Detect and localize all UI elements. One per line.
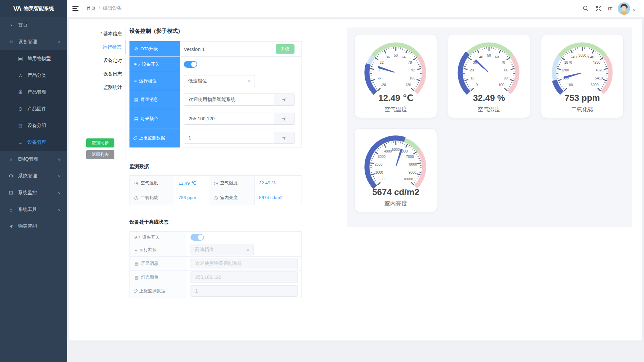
sidebar-item-thing-model[interactable]: ▣通用物模型 xyxy=(0,50,67,67)
sidebar-item-label: 设备分组 xyxy=(28,123,46,129)
sidebar-item-product-category[interactable]: ∴产品分类 xyxy=(0,67,67,84)
monitor-label: ◷室内亮度 xyxy=(209,190,255,205)
grid-icon: ⊞ xyxy=(16,89,24,95)
control-row: 设备开关 xyxy=(129,57,302,72)
sidebar-item-home[interactable]: ◔首页 xyxy=(0,17,67,34)
gauge-dial: -20-68223650647892106120 xyxy=(359,39,433,96)
control-row-label: ⚙OTA升级 xyxy=(129,41,180,57)
gauge-dial: 0100020003000400050006000700080009000100… xyxy=(359,133,433,190)
gauge-icon: ◷ xyxy=(214,181,218,185)
sidebar-item-label: 系统管理 xyxy=(18,173,37,179)
offline-section-title: 设备处于离线状态 xyxy=(129,219,168,225)
svg-text:0: 0 xyxy=(476,83,478,87)
document-icon: ▤ xyxy=(135,275,139,280)
gauge-label: 空气温度 xyxy=(355,106,437,113)
sidebar-item-label: 设备管理 xyxy=(18,39,37,45)
sidebar-item-device-group[interactable]: ⊟设备分组 xyxy=(0,117,67,134)
text-input: 1 xyxy=(191,285,298,297)
offline-row: ▤灯光颜色 255,100,120 xyxy=(130,270,302,284)
text-input[interactable]: 欢迎使用物美智能系统 xyxy=(184,94,274,106)
topbar: 首页 / 编辑设备 tT ∨ xyxy=(67,0,644,17)
svg-text:7000: 7000 xyxy=(406,155,414,159)
svg-text:3640: 3640 xyxy=(586,55,594,59)
tab-运行状态[interactable]: 运行状态 xyxy=(88,40,125,54)
paperclip-icon xyxy=(133,289,138,293)
sidebar-item-device-list[interactable]: ≡设备管理 xyxy=(0,134,67,151)
monitor-section-title: 监测数据 xyxy=(129,163,149,170)
gear-level-select[interactable]: 低速档位 ∨ xyxy=(184,75,255,87)
control-row-label: ▤屏显消息 xyxy=(129,90,180,109)
data-sync-button[interactable]: 数据同步 xyxy=(86,138,114,147)
fullscreen-icon[interactable] xyxy=(595,5,602,12)
svg-text:10000: 10000 xyxy=(403,177,413,181)
sidebar-item-product-firmware[interactable]: ⊙产品固件 xyxy=(0,101,67,117)
svg-text:78: 78 xyxy=(408,60,412,64)
sidebar-item-sys-monitor[interactable]: ⊡系统监控∨ xyxy=(0,184,67,201)
sidebar-item-label: 通用物模型 xyxy=(28,56,51,62)
svg-text:10: 10 xyxy=(471,76,475,80)
gauge-icon: ◷ xyxy=(134,195,138,200)
sidebar-collapse-icon[interactable] xyxy=(72,6,78,11)
send-button[interactable]: ➤ xyxy=(274,94,294,106)
app-logo: VΛ 物美智能系统 xyxy=(0,0,67,17)
control-section-title: 设备控制（影子模式） xyxy=(129,28,183,35)
device-list-icon: ≡ xyxy=(16,140,24,145)
sidebar-item-label: 设备管理 xyxy=(28,139,46,145)
svg-text:1000: 1000 xyxy=(375,170,383,174)
gauge-card: -20-68223650647892106120 12.49 ℃ 空气温度 xyxy=(355,34,437,118)
tab-设备日志[interactable]: 设备日志 xyxy=(88,67,125,80)
sidebar-item-product-mgmt[interactable]: ⊞产品管理 xyxy=(0,84,67,101)
breadcrumb-separator: / xyxy=(99,6,100,11)
sidebar-item-device-mgmt[interactable]: ≋设备管理∧ xyxy=(0,34,67,50)
gauge-value: 5674 cd/m2 xyxy=(355,187,437,197)
svg-text:-6: -6 xyxy=(378,76,381,80)
tab-设备定时[interactable]: 设备定时 xyxy=(88,54,125,67)
tab-监测统计[interactable]: 监测统计 xyxy=(88,80,125,94)
send-button[interactable]: ➤ xyxy=(274,132,294,144)
svg-text:3050: 3050 xyxy=(578,53,586,57)
control-row-value: Version 1 升级 xyxy=(180,41,302,57)
upgrade-button[interactable]: 升级 xyxy=(276,44,294,54)
chevron-down-icon: ∨ xyxy=(57,158,61,161)
svg-text:22: 22 xyxy=(380,60,384,64)
gauge-needle xyxy=(475,59,488,72)
avatar[interactable] xyxy=(618,2,630,15)
tab-基本信息[interactable]: *基本信息 xyxy=(88,27,125,40)
text-input[interactable]: 255,100,120 xyxy=(184,113,274,125)
user-menu[interactable]: ∨ xyxy=(618,2,635,15)
chevron-up-icon: ∧ xyxy=(57,40,61,44)
send-button[interactable]: ➤ xyxy=(274,113,294,125)
gauge-needle xyxy=(378,66,395,73)
svg-text:4230: 4230 xyxy=(592,60,600,64)
svg-text:92: 92 xyxy=(411,68,415,72)
document-icon: ▤ xyxy=(134,117,138,121)
sidebar-item-emq[interactable]: ×EMQ管理∨ xyxy=(0,151,67,168)
font-size-icon[interactable]: tT xyxy=(608,6,612,11)
sidebar-item-sys-tools[interactable]: ⌂系统工具∨ xyxy=(0,201,67,218)
back-to-list-button[interactable]: 返回列表 xyxy=(86,150,114,159)
offline-row-value: 高速档位 ∨ xyxy=(186,243,302,257)
control-row-value: 欢迎使用物美智能系统 ➤ xyxy=(180,90,302,109)
breadcrumb-home[interactable]: 首页 xyxy=(86,5,96,11)
tab-label: 设备日志 xyxy=(103,71,122,76)
monitor-value: 753 ppm xyxy=(174,190,209,205)
control-row-value: 1 ➤ xyxy=(180,128,302,147)
dashboard-icon: ◔ xyxy=(7,22,15,28)
search-icon[interactable] xyxy=(582,5,589,12)
select-value: 高速档位 xyxy=(195,247,214,253)
device-switch-toggle[interactable] xyxy=(184,61,197,68)
svg-text:50: 50 xyxy=(487,53,491,57)
paper-plane-icon: ➤ xyxy=(280,134,287,141)
text-input[interactable]: 1 xyxy=(184,132,274,144)
paper-plane-icon: ➤ xyxy=(7,223,15,229)
required-asterisk: * xyxy=(101,31,102,36)
offline-state-table: 设备开关 ≡运行档位 高速档位 ∨ ▤屏显消息 欢迎使用物美智能系统 ▤灯光颜色… xyxy=(129,231,302,298)
control-row-value xyxy=(180,57,302,72)
sidebar-item-sys-mgmt[interactable]: ⚙系统管理∨ xyxy=(0,168,67,184)
offline-row-label: 上报监测数据 xyxy=(130,284,186,298)
chevron-down-icon: ∨ xyxy=(57,208,61,212)
gauge-card: 0102030405060708090100 32.49 % 空气湿度 xyxy=(448,34,530,118)
control-row: 上报监测数据 1 ➤ xyxy=(129,128,302,147)
sidebar-item-wumei-smart[interactable]: ➤物美智能 xyxy=(0,218,67,235)
tab-label: 基本信息 xyxy=(103,31,122,36)
